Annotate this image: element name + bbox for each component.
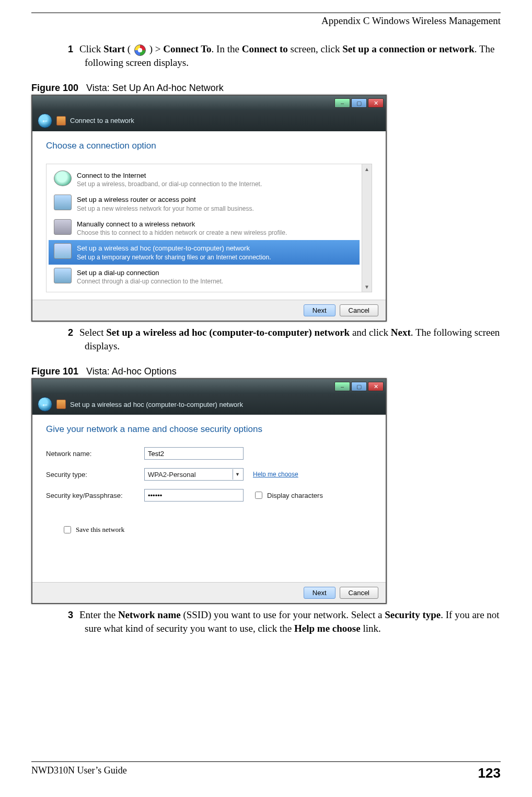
step-2-next: Next [391, 327, 411, 338]
figure-101-window: – ▢ ✕ ← Set up a wireless ad hoc (comput… [31, 378, 387, 604]
step-2: 2Select Set up a wireless ad hoc (comput… [68, 326, 501, 352]
window-titlebar-2: – ▢ ✕ [32, 379, 386, 394]
monitor-icon [54, 219, 72, 235]
opt2-title: Manually connect to a wireless network [77, 220, 287, 229]
cancel-button[interactable]: Cancel [340, 304, 378, 316]
step-1-t2: ( [125, 43, 133, 54]
window-minimize-button[interactable]: – [334, 98, 350, 108]
display-characters-box[interactable] [255, 492, 262, 499]
give-network-name-heading: Give your network a name and choose secu… [46, 424, 372, 435]
choose-connection-heading: Choose a connection option [46, 141, 372, 151]
page-number: 123 [478, 765, 501, 781]
router-icon [54, 195, 72, 210]
window-chrome-bar-2: ← Set up a wireless ad hoc (computer-to-… [32, 394, 386, 415]
opt4-title: Set up a dial-up connection [77, 269, 223, 277]
opt3-desc: Set up a temporary network for sharing f… [77, 254, 271, 261]
scroll-up-icon[interactable]: ▲ [362, 164, 372, 175]
window-maximize-button-2[interactable]: ▢ [351, 382, 367, 391]
step-1-t3: ) > [147, 43, 163, 54]
phone-icon [54, 268, 72, 283]
next-button-2[interactable]: Next [304, 587, 336, 599]
security-key-label: Security key/Passphrase: [46, 492, 135, 499]
window-minimize-button-2[interactable]: – [334, 382, 350, 391]
windows-logo-icon [134, 44, 146, 56]
figure-101-label: Figure 101 [31, 366, 78, 377]
next-button[interactable]: Next [304, 304, 336, 316]
step-1-t4: . In the [212, 43, 242, 54]
step-3-networkname: Network name [118, 609, 181, 620]
figure-101-caption: Figure 101 Vista: Ad-hoc Options [31, 366, 501, 377]
window-titlebar: – ▢ ✕ [32, 96, 386, 110]
option-setup-router[interactable]: Set up a wireless router or access point… [49, 191, 360, 216]
options-scrollbar[interactable]: ▲ ▼ [362, 164, 372, 293]
save-network-box[interactable] [64, 526, 71, 533]
window-chrome-bar: ← Connect to a network [32, 110, 386, 131]
step-2-t2: and click [350, 327, 391, 338]
opt1-desc: Set up a new wireless network for your h… [77, 205, 254, 212]
step-3-help: Help me choose [294, 623, 361, 634]
footer-guide-name: NWD310N User’s Guide [31, 765, 127, 781]
display-characters-checkbox[interactable]: Display characters [253, 490, 323, 500]
header-appendix-title: Appendix C Windows Wireless Management [31, 15, 501, 27]
step-1-t5: screen, click [288, 43, 342, 54]
save-network-checkbox[interactable]: Save this network [62, 525, 124, 535]
chevron-down-icon: ▼ [233, 469, 242, 480]
security-type-select[interactable]: WPA2-Personal ▼ [144, 468, 244, 481]
figure-100-title: Vista: Set Up An Ad-hoc Network [86, 83, 224, 93]
window-close-button[interactable]: ✕ [368, 98, 384, 108]
step-1-number: 1 [68, 44, 73, 54]
step-1: 1Click Start ( ) > Connect To. In the Co… [68, 42, 501, 69]
display-characters-label: Display characters [267, 492, 323, 499]
figure-100-label: Figure 100 [31, 83, 78, 93]
network-name-input[interactable] [144, 447, 244, 460]
step-3-t2: (SSID) you want to use for your network.… [181, 609, 385, 620]
step-2-adhoc: Set up a wireless ad hoc (computer-to-co… [106, 327, 350, 338]
step-3: 3Enter the Network name (SSID) you want … [68, 608, 501, 635]
globe-icon [54, 170, 72, 186]
network-name-label: Network name: [46, 450, 135, 458]
back-button[interactable]: ← [38, 113, 52, 128]
step-2-number: 2 [68, 327, 73, 338]
security-type-value: WPA2-Personal [148, 471, 196, 479]
opt4-desc: Connect through a dial-up connection to … [77, 278, 223, 285]
option-connect-internet[interactable]: Connect to the Internet Set up a wireles… [49, 167, 360, 192]
cancel-button-2[interactable]: Cancel [340, 587, 378, 599]
step-2-t1: Select [79, 327, 106, 338]
opt0-title: Connect to the Internet [77, 172, 262, 180]
help-me-choose-link[interactable]: Help me choose [253, 471, 298, 478]
option-dialup[interactable]: Set up a dial-up connection Connect thro… [49, 265, 360, 289]
step-1-connect-to: Connect To [163, 43, 211, 54]
adhoc-icon [54, 243, 72, 259]
scroll-down-icon[interactable]: ▼ [362, 281, 372, 292]
figure-100-window: – ▢ ✕ ← Connect to a network Choose a co… [31, 95, 387, 322]
figure-100-caption: Figure 100 Vista: Set Up An Ad-hoc Netwo… [31, 83, 501, 94]
step-1-start: Start [103, 43, 125, 54]
window-address-title: Connect to a network [70, 117, 134, 124]
step-3-t4: link. [361, 623, 381, 634]
step-1-connect-to-2: Connect to [242, 43, 288, 54]
security-type-label: Security type: [46, 471, 135, 479]
step-1-t1: Click [79, 43, 103, 54]
opt3-title: Set up a wireless ad hoc (computer-to-co… [77, 244, 271, 253]
window-maximize-button[interactable]: ▢ [351, 98, 367, 108]
figure-101-title: Vista: Ad-hoc Options [86, 366, 177, 377]
step-3-number: 3 [68, 610, 73, 620]
window-address-title-2: Set up a wireless ad hoc (computer-to-co… [70, 401, 243, 408]
step-1-setup-link: Set up a connection or network [342, 43, 474, 54]
window-close-button-2[interactable]: ✕ [368, 382, 384, 391]
option-adhoc-network[interactable]: Set up a wireless ad hoc (computer-to-co… [49, 240, 360, 265]
shield-icon [56, 116, 66, 126]
opt2-desc: Choose this to connect to a hidden netwo… [77, 229, 287, 236]
connection-option-list: Connect to the Internet Set up a wireles… [46, 164, 362, 293]
save-network-label: Save this network [76, 526, 124, 534]
shield-icon-2 [56, 400, 66, 409]
option-manual-connect[interactable]: Manually connect to a wireless network C… [49, 216, 360, 241]
step-3-t1: Enter the [79, 609, 118, 620]
back-button-2[interactable]: ← [38, 397, 52, 412]
opt0-desc: Set up a wireless, broadband, or dial-up… [77, 180, 262, 188]
step-3-sectype: Security type [385, 609, 441, 620]
opt1-title: Set up a wireless router or access point [77, 196, 254, 204]
security-key-input[interactable] [144, 489, 244, 502]
